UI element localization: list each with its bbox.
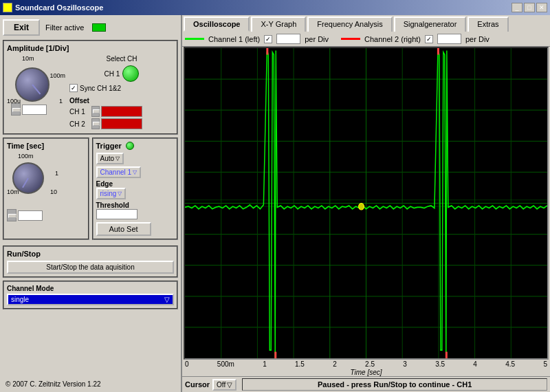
amplitude-title: Amplitude [1/Div]: [7, 44, 174, 52]
time-tick-0: 0: [185, 360, 189, 368]
status-bar: Paused - press Run/Stop to continue - CH…: [242, 378, 547, 391]
trigger-edge-label: rising: [100, 190, 117, 197]
filter-label: Filter active: [45, 23, 84, 32]
trigger-channel-label: Channel 1: [100, 168, 132, 176]
ch2-name: Channel 2 (right): [364, 35, 421, 43]
ch1-checkbox[interactable]: ✓: [264, 35, 272, 43]
time-tick-2-5: 2.5: [365, 360, 375, 368]
time-tick-4-5: 4.5: [505, 360, 515, 368]
amplitude-knob[interactable]: [15, 67, 50, 102]
channel-mode-label: Channel Mode: [7, 285, 54, 292]
offset-ch2-label: CH 2: [69, 120, 89, 128]
tab-frequency-analysis[interactable]: Frequency Analysis: [307, 17, 392, 32]
time-tick-1: 1: [263, 360, 267, 368]
ch1-indicator: [185, 38, 204, 40]
run-stop-panel: Run/Stop Start/Stop the data aquisition: [3, 246, 178, 278]
top-row: Exit Filter active: [3, 18, 178, 37]
window-title: Soundcard Oszilloscope: [15, 3, 103, 12]
copyright: © 2007 C. Zeitnitz Version 1.22: [3, 379, 178, 389]
close-button[interactable]: ✕: [536, 3, 547, 12]
sync-row: ✓ Sync CH 1&2: [69, 84, 174, 92]
ch1-perdiv-input[interactable]: 4m: [276, 34, 300, 44]
trigger-mode-arrow: ▽: [116, 155, 120, 162]
channel-mode-panel: Channel Mode single ▽: [3, 281, 178, 309]
right-panel: Oscilloscope X-Y Graph Frequency Analysi…: [182, 15, 550, 392]
tab-signalgenerator[interactable]: Signalgenerator: [394, 17, 467, 32]
time-tick-2: 2: [333, 360, 337, 368]
trigger-panel: Trigger Auto ▽ Channel 1 ▽ Edge: [92, 138, 179, 240]
time-slider[interactable]: [7, 209, 16, 221]
offset-ch2-slider[interactable]: [91, 118, 100, 129]
trigger-channel-dropdown[interactable]: Channel 1 ▽: [96, 166, 142, 178]
x-axis-title: Time [sec]: [182, 369, 550, 376]
ch1-label: CH 1: [104, 70, 120, 78]
svg-point-21: [359, 204, 364, 210]
time-title: Time [sec]: [7, 142, 85, 150]
run-stop-title: Run/Stop: [7, 250, 174, 258]
trigger-label: Trigger: [96, 142, 122, 150]
cursor-label: Cursor: [185, 380, 210, 389]
ch1-perdiv-label: per Div: [305, 35, 329, 43]
select-ch-label: Select CH: [106, 55, 137, 63]
time-tick-500m: 500m: [217, 360, 234, 368]
cursor-row: Cursor Off ▽: [185, 379, 236, 391]
time-tick-3-5: 3.5: [435, 360, 445, 368]
channel-controls: Channel 1 (left) ✓ 4m per Div Channel 2 …: [182, 32, 550, 47]
amplitude-slider[interactable]: [11, 103, 21, 116]
time-value-input[interactable]: 5: [18, 210, 43, 221]
svg-rect-23: [274, 352, 276, 358]
offset-ch1-input[interactable]: 0.0000: [101, 106, 142, 117]
run-stop-button[interactable]: Start/Stop the data aquisition: [7, 261, 174, 274]
cursor-value: Off: [217, 381, 226, 389]
app-icon: [3, 3, 12, 12]
trigger-mode-dropdown[interactable]: Auto ▽: [96, 153, 124, 164]
svg-rect-24: [437, 48, 439, 54]
ch2-perdiv-label: per Div: [465, 35, 490, 43]
mid-row: Time [sec] 100m 1 10m 10 5: [3, 138, 178, 240]
amp-label-100m: 100m: [50, 72, 65, 79]
left-panel: Exit Filter active Amplitude [1/Div] 10m…: [0, 15, 182, 392]
scope-display: [184, 47, 549, 360]
trigger-mode-label: Auto: [100, 155, 115, 162]
ch1-led[interactable]: [122, 65, 139, 82]
svg-rect-25: [446, 352, 448, 358]
tab-xy-graph[interactable]: X-Y Graph: [251, 17, 306, 32]
time-label-1: 1: [55, 170, 58, 177]
amplitude-value-input[interactable]: 0.004: [22, 105, 47, 115]
filter-led: [92, 23, 106, 32]
time-tick-3: 3: [403, 360, 407, 368]
tab-extras[interactable]: Extras: [468, 17, 508, 32]
ch2-perdiv-input[interactable]: 4m: [437, 34, 461, 44]
ch2-checkbox[interactable]: ✓: [425, 35, 433, 43]
time-tick-5: 5: [543, 360, 547, 368]
bottom-section: Run/Stop Start/Stop the data aquisition …: [3, 246, 178, 309]
offset-ch2-input[interactable]: 0.0000: [101, 118, 142, 129]
sync-checkbox[interactable]: ✓: [69, 84, 78, 92]
scope-svg: [185, 48, 547, 358]
offset-ch1-slider[interactable]: [91, 106, 100, 117]
channel-mode-value: single: [11, 296, 29, 303]
auto-set-button[interactable]: Auto Set: [96, 222, 151, 236]
ch1-name: Channel 1 (left): [208, 35, 260, 43]
threshold-input[interactable]: 0.01: [96, 209, 138, 219]
minimize-button[interactable]: _: [512, 3, 522, 12]
maximize-button[interactable]: □: [524, 3, 535, 12]
title-bar: Soundcard Oszilloscope _ □ ✕: [0, 0, 550, 15]
channel-mode-dropdown[interactable]: single ▽: [7, 294, 174, 305]
exit-button[interactable]: Exit: [3, 19, 40, 36]
time-label-100m: 100m: [18, 153, 34, 160]
offset-ch1-label: CH 1: [69, 108, 89, 116]
trigger-led: [126, 142, 134, 150]
tab-oscilloscope[interactable]: Oscilloscope: [184, 17, 250, 32]
scope-bottom: Cursor Off ▽ Paused - press Run/Stop to …: [182, 376, 550, 392]
svg-rect-22: [266, 48, 268, 54]
time-knob[interactable]: [12, 162, 44, 194]
offset-area: Offset CH 1 0.0000 CH 2: [69, 97, 174, 131]
trigger-edge-arrow: ▽: [118, 190, 122, 197]
select-ch-area: Select CH CH 1: [69, 55, 174, 82]
time-label-10: 10: [50, 188, 57, 195]
offset-title: Offset: [69, 97, 174, 105]
trigger-title: Trigger: [96, 142, 175, 150]
trigger-edge-dropdown[interactable]: rising ▽: [96, 188, 126, 199]
cursor-dropdown[interactable]: Off ▽: [212, 379, 236, 391]
